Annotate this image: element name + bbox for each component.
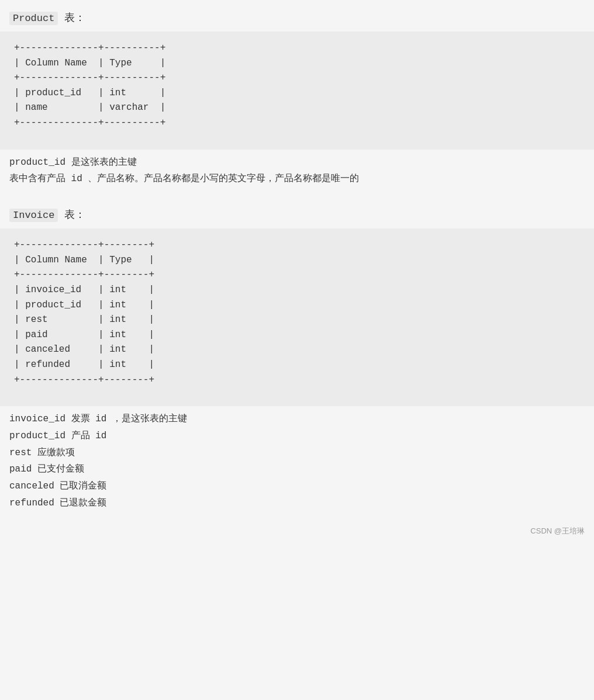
invoice-table-ascii: +--------------+--------+ | Column Name …: [14, 238, 580, 387]
product-desc-2: 表中含有产品 id 、产品名称。产品名称都是小写的英文字母，产品名称都是唯一的: [9, 171, 585, 188]
product-keyword: Product: [9, 12, 58, 25]
invoice-section-header: Invoice 表：: [0, 203, 594, 226]
product-section-header: Product 表：: [0, 6, 594, 29]
invoice-keyword: Invoice: [9, 209, 58, 222]
watermark: CSDN @王培琳: [0, 521, 594, 539]
invoice-desc-5: canceled 已取消金额: [9, 478, 585, 495]
invoice-desc-3: rest 应缴款项: [9, 445, 585, 462]
product-desc-1: product_id 是这张表的主键: [9, 154, 585, 171]
product-description-block: product_id 是这张表的主键 表中含有产品 id 、产品名称。产品名称都…: [0, 150, 594, 197]
product-table-ascii: +--------------+----------+ | Column Nam…: [14, 41, 580, 131]
invoice-table-block: +--------------+--------+ | Column Name …: [0, 228, 594, 406]
invoice-desc-1: invoice_id 发票 id ，是这张表的主键: [9, 411, 585, 428]
product-table-block: +--------------+----------+ | Column Nam…: [0, 32, 594, 150]
invoice-header-suffix: 表：: [64, 209, 85, 221]
invoice-desc-4: paid 已支付金额: [9, 461, 585, 478]
invoice-desc-6: refunded 已退款金额: [9, 495, 585, 512]
product-header-suffix: 表：: [64, 12, 85, 24]
invoice-desc-2: product_id 产品 id: [9, 428, 585, 445]
invoice-description-block: invoice_id 发票 id ，是这张表的主键 product_id 产品 …: [0, 406, 594, 521]
page-container: Product 表： +--------------+----------+ |…: [0, 0, 594, 700]
